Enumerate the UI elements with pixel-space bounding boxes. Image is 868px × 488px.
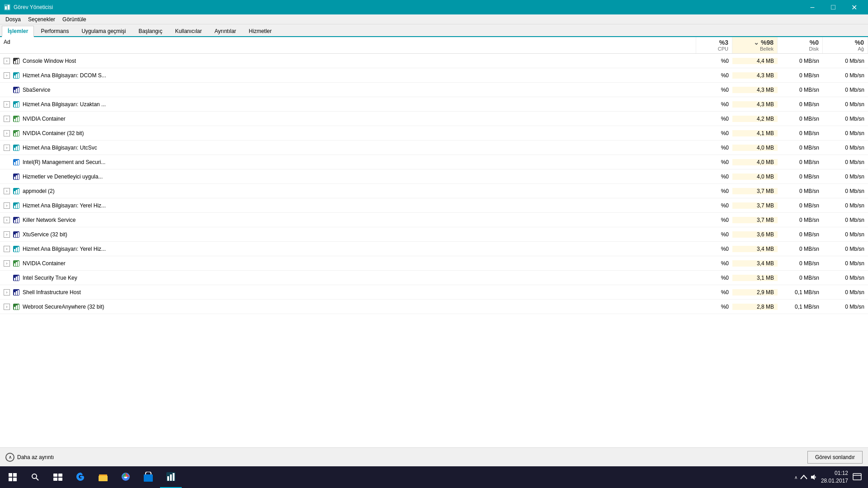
expand-button[interactable]: ›: [4, 246, 10, 252]
process-disk: 0 MB/sn: [778, 58, 823, 64]
tab-kullanicilar[interactable]: Kullanıcılar: [169, 26, 208, 36]
process-icon: [13, 115, 20, 122]
process-icon: [13, 303, 20, 310]
table-row[interactable]: Intel Security True Key %0 3,1 MB 0 MB/s…: [0, 271, 868, 285]
menu-dosya[interactable]: Dosya: [2, 15, 24, 23]
table-row[interactable]: › XtuService (32 bit) %0 3,6 MB 0 MB/sn …: [0, 227, 868, 242]
taskbar-taskmgr[interactable]: [160, 466, 182, 488]
table-row[interactable]: › Webroot SecureAnywhere (32 bit) %0 2,8…: [0, 300, 868, 314]
process-disk: 0 MB/sn: [778, 231, 823, 238]
process-memory: 3,1 MB: [732, 275, 778, 281]
process-cpu: %0: [696, 145, 732, 151]
process-network: 0 Mb/sn: [823, 145, 868, 151]
minimize-button[interactable]: –: [802, 0, 823, 14]
taskbar-chrome[interactable]: [115, 466, 137, 488]
table-row[interactable]: › Killer Network Service %0 3,7 MB 0 MB/…: [0, 213, 868, 227]
taskbar-store[interactable]: [137, 466, 159, 488]
table-row[interactable]: › Shell Infrastructure Host %0 2,9 MB 0,…: [0, 285, 868, 300]
expand-button[interactable]: ›: [4, 260, 10, 267]
svg-rect-42: [18, 189, 19, 194]
expand-button[interactable]: ›: [4, 231, 10, 238]
svg-rect-54: [18, 232, 19, 237]
table-row[interactable]: › Hizmet Ana Bilgisayarı: Yerel Hiz... %…: [0, 198, 868, 213]
process-name-cell: › appmodel (2): [0, 188, 696, 195]
expand-button[interactable]: ›: [4, 217, 10, 223]
notification-icon[interactable]: [852, 472, 863, 483]
table-row[interactable]: › Hizmet Ana Bilgisayarı: DCOM S... %0 4…: [0, 68, 868, 83]
close-button[interactable]: ✕: [844, 0, 864, 14]
task-view-button[interactable]: [47, 466, 69, 488]
process-name: Shell Infrastructure Host: [23, 289, 81, 296]
process-cpu: %0: [696, 188, 732, 194]
tab-uygulama-gecmisi[interactable]: Uygulama geçmişi: [75, 26, 132, 36]
tab-islemler[interactable]: İşlemler: [2, 26, 34, 37]
process-disk: 0 MB/sn: [778, 87, 823, 93]
col-header-name[interactable]: Ad: [0, 37, 696, 53]
process-name: Hizmet Ana Bilgisayarı: Yerel Hiz...: [23, 202, 106, 209]
search-taskbar-button[interactable]: [24, 466, 46, 488]
table-row[interactable]: › Hizmet Ana Bilgisayarı: UtcSvc %0 4,0 …: [0, 141, 868, 155]
table-row[interactable]: › NVIDIA Container (32 bit) %0 4,1 MB 0 …: [0, 126, 868, 141]
process-cpu: %0: [696, 130, 732, 136]
process-disk: 0 MB/sn: [778, 145, 823, 151]
process-icon: [13, 72, 20, 79]
table-row[interactable]: › NVIDIA Container %0 4,2 MB 0 MB/sn 0 M…: [0, 112, 868, 126]
clock[interactable]: 01:12 28.01.2017: [821, 469, 848, 485]
start-button[interactable]: [2, 466, 24, 488]
tab-hizmetler[interactable]: Hizmetler: [243, 26, 278, 36]
volume-icon[interactable]: [810, 474, 817, 481]
expand-button[interactable]: ›: [4, 289, 10, 296]
process-name: NVIDIA Container: [23, 260, 66, 267]
svg-line-80: [36, 478, 38, 480]
tray-expand-icon[interactable]: ∧: [794, 475, 797, 480]
process-disk: 0 MB/sn: [778, 159, 823, 165]
process-name-cell: Intel Security True Key: [0, 274, 696, 282]
table-row[interactable]: SbaService %0 4,3 MB 0 MB/sn 0 Mb/sn: [0, 83, 868, 97]
process-name: Hizmetler ve Denetleyici uygula...: [23, 174, 103, 180]
tab-ayrintilar[interactable]: Ayrıntılar: [209, 26, 242, 36]
col-header-disk[interactable]: %0 Disk: [778, 37, 823, 53]
process-cpu: %0: [696, 260, 732, 267]
table-row[interactable]: › Hizmet Ana Bilgisayarı: Yerel Hiz... %…: [0, 242, 868, 256]
expand-button[interactable]: ›: [4, 72, 10, 79]
process-table[interactable]: › Console Window Host %0 4,4 MB 0 MB/sn …: [0, 54, 868, 447]
table-row[interactable]: › appmodel (2) %0 3,7 MB 0 MB/sn 0 Mb/sn: [0, 184, 868, 198]
table-row[interactable]: › NVIDIA Container %0 3,4 MB 0 MB/sn 0 M…: [0, 256, 868, 271]
svg-rect-84: [58, 478, 62, 481]
expand-button[interactable]: ›: [4, 304, 10, 310]
table-row[interactable]: › Console Window Host %0 4,4 MB 0 MB/sn …: [0, 54, 868, 68]
table-row[interactable]: › Hizmet Ana Bilgisayarı: Uzaktan ... %0…: [0, 97, 868, 112]
expand-button[interactable]: ›: [4, 58, 10, 64]
menu-secenekler[interactable]: Seçenekler: [24, 15, 59, 23]
table-row[interactable]: Intel(R) Management and Securi... %0 4,0…: [0, 155, 868, 169]
svg-rect-60: [14, 263, 15, 266]
expand-button[interactable]: ›: [4, 116, 10, 122]
expand-button[interactable]: ›: [4, 145, 10, 151]
taskbar-edge[interactable]: [70, 466, 91, 488]
tab-baslangic[interactable]: Başlangıç: [132, 26, 168, 36]
svg-rect-72: [14, 307, 15, 310]
process-memory: 3,7 MB: [732, 188, 778, 194]
expand-button[interactable]: ›: [4, 202, 10, 209]
expand-button[interactable]: ›: [4, 130, 10, 136]
process-network: 0 Mb/sn: [823, 174, 868, 180]
menu-goruntule[interactable]: Görüntüle: [59, 15, 90, 23]
expand-button[interactable]: ›: [4, 101, 10, 108]
svg-rect-70: [18, 290, 19, 295]
svg-rect-83: [53, 478, 57, 481]
title-bar: Görev Yöneticisi – □ ✕: [0, 0, 868, 14]
svg-rect-21: [16, 117, 17, 122]
col-header-memory[interactable]: ⌄%98 Bellek: [732, 37, 778, 53]
svg-rect-24: [14, 133, 15, 136]
col-header-network[interactable]: %0 Ağ: [823, 37, 868, 53]
svg-rect-48: [14, 220, 15, 223]
process-cpu: %0: [696, 72, 732, 79]
tab-performans[interactable]: Performans: [35, 26, 75, 36]
end-task-button[interactable]: Görevi sonlandır: [807, 451, 863, 464]
less-detail-button[interactable]: ∧ Daha az ayrıntı: [5, 453, 54, 462]
maximize-button[interactable]: □: [823, 0, 844, 14]
expand-button[interactable]: ›: [4, 188, 10, 194]
table-row[interactable]: Hizmetler ve Denetleyici uygula... %0 4,…: [0, 169, 868, 184]
col-header-cpu[interactable]: %3 CPU: [696, 37, 732, 53]
taskbar-explorer[interactable]: [92, 466, 114, 488]
